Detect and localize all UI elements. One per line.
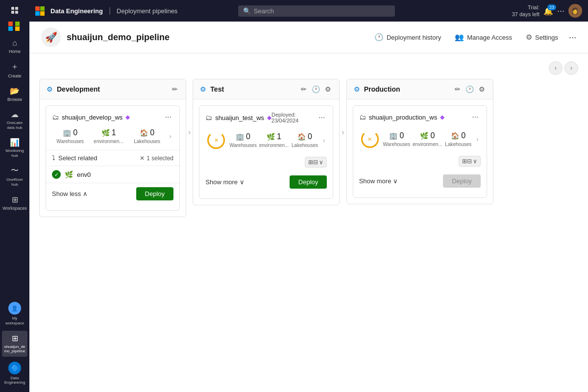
production-workspace-header: 🗂 shuaijun_production_ws ◆ ··· [359, 112, 481, 122]
production-stage-actions: ✏ 🕐 ⚙ [454, 84, 486, 94]
next-arrow-button[interactable]: › [564, 61, 578, 75]
production-chevron-down-icon: ∨ [473, 158, 477, 165]
development-ws-more-button[interactable]: ··· [163, 112, 173, 122]
test-warehouse-icon: 🏢 [236, 133, 244, 141]
user-avatar[interactable]: 👩 [568, 4, 582, 18]
production-toggle-button[interactable]: ⊞⊟ ∨ [459, 156, 481, 167]
test-stats-row: ✕ 🏢 0 Warehouses [205, 129, 327, 151]
top-nav: Data Engineering | Deployment pipelines … [29, 0, 588, 22]
test-history-button[interactable]: 🕐 [311, 84, 321, 94]
production-deploy-button[interactable]: Deploy [443, 174, 480, 188]
development-stage-header: ⚙ Development ✏ [40, 79, 186, 99]
diamond-icon: ◆ [125, 114, 130, 121]
production-history-button[interactable]: 🕐 [465, 84, 475, 94]
settings-label: Settings [535, 34, 558, 41]
production-stats-arrow[interactable]: › [474, 135, 481, 143]
user-avatar-initials: 👩 [571, 7, 579, 14]
sidebar-item-pipeline[interactable]: ⊞ shuaijun_demo_pipeline [2, 331, 27, 357]
test-edit-button[interactable]: ✏ [300, 84, 308, 94]
test-show-more-button[interactable]: Show more ∨ [205, 178, 245, 186]
development-stats-row: 🏢 0 Warehouses 🌿 1 environmen.. [52, 128, 173, 144]
test-lakehouses-num: 0 [308, 132, 312, 141]
settings-button[interactable]: ⚙ Settings [523, 31, 561, 44]
production-stats-row: ✕ 🏢 0 Warehouses [359, 128, 481, 150]
test-stats-arrow[interactable]: › [321, 136, 327, 144]
sidebar-item-label: OneLakedata hub [7, 121, 23, 130]
test-warehouses-num: 0 [246, 132, 250, 141]
search-bar[interactable]: 🔍 Search [238, 5, 395, 17]
test-ws-more-button[interactable]: ··· [317, 112, 327, 123]
production-edit-button[interactable]: ✏ [454, 84, 462, 94]
development-edit-button[interactable]: ✏ [171, 84, 179, 94]
sidebar-item-myworkspace[interactable]: 👤 Myworkspace [2, 299, 27, 328]
production-stage-header: ⚙ Production ✏ 🕐 ⚙ [347, 79, 493, 99]
deployment-history-label: Deployment history [387, 34, 441, 41]
test-chevron-down-icon: ∨ [240, 178, 245, 186]
test-settings-button[interactable]: ⚙ [324, 84, 332, 94]
sidebar-item-browse[interactable]: 📂 Browse [2, 83, 27, 105]
browse-icon: 📂 [10, 86, 20, 96]
sidebar-item-create[interactable]: ＋ Create [2, 59, 27, 81]
warehouses-num: 0 [73, 128, 77, 137]
sidebar-item-label: Workspaces [2, 206, 26, 211]
workspaces-icon: ⊞ [12, 195, 18, 204]
production-show-more-button[interactable]: Show more ∨ [359, 177, 398, 185]
test-deploy-button[interactable]: Deploy [290, 175, 327, 189]
lakehouses-num: 0 [150, 128, 154, 137]
show-less-button[interactable]: Show less ∧ [52, 190, 88, 197]
stages-container: ⚙ Development ✏ 🗂 shuaijun_develop_ws ◆ … [39, 79, 578, 384]
prev-arrow-button[interactable]: ‹ [549, 61, 563, 75]
search-icon: 🔍 [243, 7, 251, 15]
development-stage: ⚙ Development ✏ 🗂 shuaijun_develop_ws ◆ … [39, 79, 186, 217]
pipeline-area: ‹ › ⚙ Development ✏ 🗂 shuaij [29, 53, 588, 392]
deployment-history-button[interactable]: 🕐 Deployment history [371, 31, 444, 44]
page-title: shuaijun_demo_pipeline [67, 32, 170, 43]
notification-button[interactable]: 🔔 23 [543, 6, 553, 16]
monitoring-icon: 📊 [10, 138, 20, 147]
manage-access-button[interactable]: 👥 Manage Access [452, 31, 515, 44]
sidebar-item-data-engineering[interactable]: 🔷 DataEngineering [2, 359, 27, 388]
test-stat-environments: 🌿 1 environmen... [259, 132, 289, 148]
lakehouses-label: Lakehouses [134, 139, 160, 144]
production-ws-more-button[interactable]: ··· [470, 112, 480, 122]
test-toggle-button[interactable]: ⊞⊟ ∨ [305, 157, 327, 168]
production-stat-warehouses: 🏢 0 Warehouses [383, 131, 411, 147]
test-stage-actions: ✏ 🕐 ⚙ [300, 84, 332, 94]
stat-env-icon-num: 🌿 1 [101, 128, 116, 137]
production-environments-num: 0 [430, 131, 435, 140]
test-diamond-icon: ◆ [267, 114, 271, 121]
pipeline-icon: ⊞ [12, 334, 18, 343]
test-workspace-name: 🗂 shuaijun_test_ws ◆ [205, 114, 271, 122]
production-show-more-label: Show more [359, 177, 392, 185]
environment-icon: 🌿 [101, 129, 110, 137]
test-workspace-icon: 🗂 [205, 114, 212, 122]
env-name: env0 [77, 171, 91, 178]
production-stage-wrapper: ⚙ Production ✏ 🕐 ⚙ 🗂 shuaijun_produ [346, 79, 493, 204]
development-deploy-button[interactable]: Deploy [136, 187, 173, 200]
env-item-env0: ✓ 🌿 env0 [46, 166, 179, 183]
sidebar-item-home[interactable]: ⌂ Home [2, 36, 27, 57]
sidebar-item-apps[interactable] [2, 4, 27, 17]
production-chevron-down-icon2: ∨ [393, 177, 398, 185]
production-toggle-row: ⊞⊟ ∨ [359, 156, 481, 167]
page-more-button[interactable]: ··· [569, 32, 576, 43]
page-actions: 🕐 Deployment history 👥 Manage Access ⚙ S… [371, 31, 576, 44]
sidebar-item-monitoring[interactable]: 📊 Monitoringhub [2, 135, 27, 161]
production-settings-button[interactable]: ⚙ [478, 84, 486, 94]
sidebar-item-workspaces[interactable]: ⊞ Workspaces [2, 192, 27, 214]
environments-num: 1 [112, 128, 116, 137]
selected-badge: ✕ 1 selected [140, 155, 173, 162]
stats-right-arrow[interactable]: › [167, 132, 173, 140]
production-stat-lakehouses: 🏠 0 Lakehouses [444, 131, 472, 147]
select-related-label: Select related [58, 154, 137, 162]
sidebar-item-oneriver[interactable]: 〜 OneRiverhub [2, 163, 27, 190]
trial-line1: Trial: [512, 4, 539, 11]
test-workspace-card: 🗂 shuaijun_test_ws ◆ Deployed: 23/04/202… [199, 105, 333, 199]
stat-environments: 🌿 1 environmen... [90, 128, 126, 144]
nav-subtitle: Deployment pipelines [117, 7, 177, 15]
more-options-button[interactable]: ··· [557, 6, 564, 16]
nav-brand: Data Engineering [50, 7, 103, 15]
toggle-grid-icon: ⊞⊟ [308, 159, 318, 166]
sidebar-item-onelake[interactable]: ☁ OneLakedata hub [2, 107, 27, 133]
avatar-icon: 👤 [8, 302, 21, 315]
